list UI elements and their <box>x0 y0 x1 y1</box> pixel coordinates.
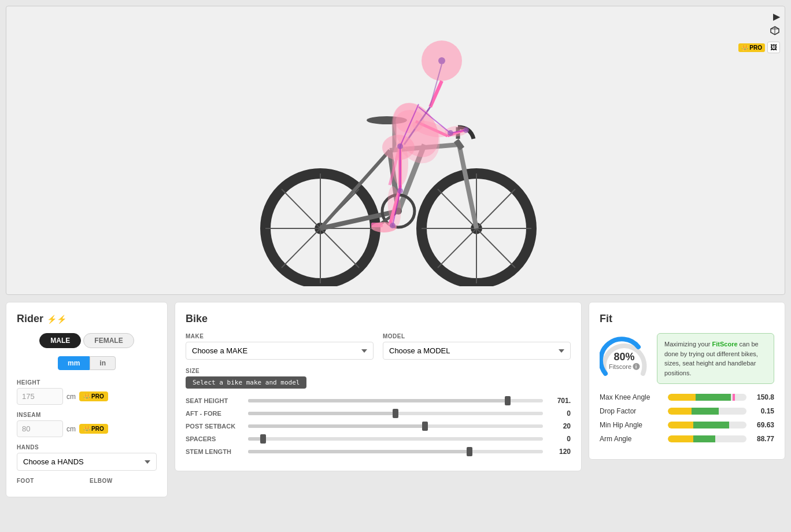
metric-label: Max Knee Angle <box>600 393 663 401</box>
hands-dropdown-row: HANDS Choose a HANDS <box>17 444 157 471</box>
cube-button[interactable] <box>770 25 780 38</box>
play-button[interactable]: ▶ <box>773 11 780 22</box>
slider-row: SPACERS 0 <box>186 435 571 443</box>
metric-row: Min Hip Angle 69.63 <box>600 421 774 429</box>
metric-value: 0.15 <box>751 407 774 415</box>
metric-value: 69.63 <box>751 421 774 429</box>
fit-panel: Fit 80% Fitscore i <box>589 302 785 460</box>
svg-point-54 <box>463 127 469 133</box>
viz-panel: ▶ 👑 PRO 🖼 <box>6 6 785 295</box>
svg-line-18 <box>456 141 462 149</box>
slider-value: 20 <box>548 422 571 430</box>
svg-point-51 <box>397 188 403 194</box>
metric-bar <box>668 435 746 442</box>
metric-value: 88.77 <box>751 435 774 443</box>
slider-track[interactable] <box>248 412 543 415</box>
female-button[interactable]: FEMALE <box>83 333 134 348</box>
bottom-panels: Rider ⚡⚡ MALE FEMALE mm in HEIGHT cm 👑 P… <box>6 302 785 497</box>
metric-row: Drop Factor 0.15 <box>600 407 774 415</box>
svg-line-17 <box>459 145 476 228</box>
height-input[interactable] <box>17 388 63 405</box>
svg-point-52 <box>390 223 396 228</box>
lightning-icon: ⚡⚡ <box>47 315 66 324</box>
size-notice-badge: Select a bike make and model <box>186 376 306 389</box>
metric-label: Min Hip Angle <box>600 421 663 429</box>
fitscore-gauge: 80% Fitscore i <box>600 333 649 384</box>
male-button[interactable]: MALE <box>39 333 81 348</box>
slider-value: 701. <box>548 397 571 405</box>
model-select[interactable]: Choose a MODEL <box>383 342 571 360</box>
metric-bar <box>668 408 746 415</box>
unit-toggle: mm in <box>17 356 157 370</box>
bike-visualization <box>6 6 785 294</box>
bike-panel: Bike MAKE Choose a MAKE MODEL Choose a M… <box>175 302 582 471</box>
slider-label: SPACERS <box>186 435 243 442</box>
slider-track[interactable] <box>248 437 543 441</box>
slider-label: SEAT HEIGHT <box>186 397 243 404</box>
svg-point-48 <box>438 57 445 64</box>
metric-row: Arm Angle 88.77 <box>600 435 774 443</box>
photo-button[interactable]: 🖼 <box>767 42 780 53</box>
rider-title: Rider ⚡⚡ <box>17 313 157 325</box>
fitscore-tip: Maximizing your FitScore can be done by … <box>657 333 774 384</box>
make-model-row: MAKE Choose a MAKE MODEL Choose a MODEL <box>186 333 571 360</box>
inseam-pro-lock[interactable]: 👑 PRO <box>79 424 108 434</box>
mm-button[interactable]: mm <box>58 356 90 370</box>
hands-select[interactable]: Choose a HANDS <box>17 453 157 471</box>
height-pro-lock[interactable]: 👑 PRO <box>79 391 108 401</box>
metric-bar <box>668 394 746 401</box>
crown-icon: 👑 <box>741 45 748 51</box>
svg-point-50 <box>397 143 403 149</box>
make-column: MAKE Choose a MAKE <box>186 333 374 360</box>
slider-track[interactable] <box>248 450 543 453</box>
slider-row: POST SETBACK 20 <box>186 422 571 430</box>
metric-bar <box>668 422 746 428</box>
in-button[interactable]: in <box>90 356 116 370</box>
metric-label: Arm Angle <box>600 435 663 443</box>
fit-title: Fit <box>600 313 774 325</box>
slider-row: AFT - FORE 0 <box>186 409 571 418</box>
foot-elbow-row: FOOT ELBOW <box>17 478 157 486</box>
model-column: MODEL Choose a MODEL <box>383 333 571 360</box>
crown-icon-inseam: 👑 <box>83 426 90 432</box>
metrics-container: Max Knee Angle 150.8 Drop Factor 0.15 Mi… <box>600 393 774 443</box>
info-icon: i <box>633 363 640 370</box>
slider-label: STEM LENGTH <box>186 448 243 455</box>
slider-label: AFT - FORE <box>186 410 243 417</box>
sliders-container: SEAT HEIGHT 701. AFT - FORE 0 POST SETBA… <box>186 397 571 456</box>
slider-label: POST SETBACK <box>186 423 243 430</box>
slider-track[interactable] <box>248 399 543 402</box>
slider-value: 120 <box>548 448 571 456</box>
bike-title: Bike <box>186 313 571 325</box>
svg-point-53 <box>448 130 453 136</box>
pro-badge: 👑 PRO <box>738 43 765 52</box>
gender-toggle: MALE FEMALE <box>17 333 157 348</box>
height-field: HEIGHT cm 👑 PRO <box>17 379 157 405</box>
rider-panel: Rider ⚡⚡ MALE FEMALE mm in HEIGHT cm 👑 P… <box>6 302 168 497</box>
make-select[interactable]: Choose a MAKE <box>186 342 374 360</box>
crown-icon-height: 👑 <box>83 393 90 400</box>
viz-controls: ▶ 👑 PRO 🖼 <box>738 11 780 53</box>
size-row: SIZE Select a bike make and model <box>186 368 571 389</box>
slider-value: 0 <box>548 435 571 443</box>
slider-track[interactable] <box>248 424 543 428</box>
metric-label: Drop Factor <box>600 407 663 415</box>
inseam-input[interactable] <box>17 420 63 437</box>
slider-row: SEAT HEIGHT 701. <box>186 397 571 405</box>
fitscore-area: 80% Fitscore i Maximizing your FitScore … <box>600 333 774 384</box>
fitscore-highlight: FitScore <box>712 341 738 348</box>
slider-row: STEM LENGTH 120 <box>186 448 571 456</box>
slider-value: 0 <box>548 409 571 418</box>
metric-row: Max Knee Angle 150.8 <box>600 393 774 401</box>
inseam-field: INSEAM cm 👑 PRO <box>17 412 157 437</box>
metric-value: 150.8 <box>751 393 774 401</box>
